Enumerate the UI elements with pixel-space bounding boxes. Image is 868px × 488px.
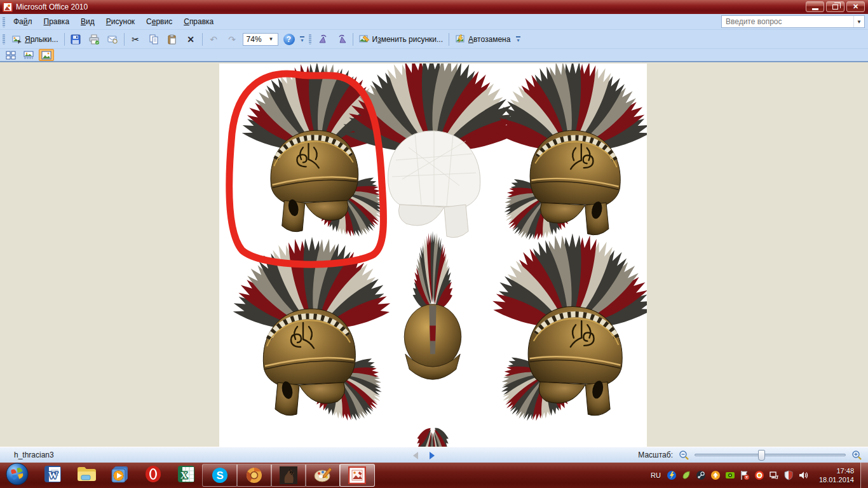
tray-leaf-icon[interactable] [681,470,692,481]
game-horse-icon [280,466,297,484]
next-picture-icon[interactable] [430,452,435,459]
help-button[interactable]: ? [280,32,299,47]
screen: { "window": {"title": "Microsoft Office … [0,0,868,488]
paste-icon [167,34,178,44]
picture-navigation [413,452,435,459]
edit-pictures-button[interactable]: Изменить рисунки... [355,32,447,47]
helmets-render [219,64,647,447]
menu-bar: Файл Правка Вид Рисунок Сервис Справка ▼ [0,14,868,30]
undo-button[interactable]: ↶ [205,32,223,47]
save-button[interactable] [67,32,85,47]
title-bar: Microsoft Office 2010 ✕ [0,0,868,14]
tray-update-icon[interactable] [710,470,721,481]
language-indicator[interactable]: RU [651,471,661,479]
autocorrect-button[interactable]: Автозамена [451,32,514,47]
tray-date: 18.01.2014 [819,475,854,484]
rotate-right-icon [336,34,347,44]
zoom-combobox[interactable]: 74% ▼ [243,33,278,46]
tray-recorder-icon[interactable] [754,470,765,481]
taskbar-chrome-button[interactable] [236,464,272,487]
menu-tools[interactable]: Сервис [140,15,178,29]
svg-text:X: X [180,470,187,480]
menu-picture[interactable]: Рисунок [100,15,140,29]
taskbar-opera-icon[interactable] [144,464,163,486]
previous-picture-icon[interactable] [413,452,418,459]
toolbar-drag-handle[interactable] [3,34,5,44]
taskbar-skype-button[interactable]: S [202,464,238,487]
copy-button[interactable] [145,32,163,47]
delete-button[interactable]: ✕ [182,32,200,47]
zoom-value: 74% [243,35,262,44]
restore-button[interactable] [826,1,844,12]
tray-action-center-icon[interactable] [740,470,750,481]
single-picture-view-button[interactable] [39,49,54,61]
shortcuts-button[interactable]: Ярлыки... [8,32,62,47]
help-icon: ? [283,34,295,45]
undo-icon: ↶ [208,34,219,44]
menu-file[interactable]: Файл [8,15,38,29]
skype-icon: S [211,466,229,484]
tray-punto-switcher-icon[interactable] [667,470,677,481]
rotate-right-button[interactable] [332,32,351,47]
menu-help[interactable]: Справка [178,15,219,29]
taskbar-game-horse-button[interactable] [271,464,306,487]
current-filename: h_thracian3 [14,451,54,459]
single-picture-view-icon [41,51,51,60]
menu-view[interactable]: Вид [75,15,100,29]
tray-clock[interactable]: 17:48 18.01.2014 [819,466,854,484]
filmstrip-view-button[interactable] [21,49,36,61]
taskbar-picture-manager-button[interactable] [339,464,375,487]
tray-steam-icon[interactable] [696,470,707,481]
zoom-out-icon[interactable] [679,450,689,460]
picture-toolbar-drag-handle[interactable] [309,34,311,44]
taskbar-excel-icon[interactable]: X [177,464,196,486]
paste-button[interactable] [163,32,182,47]
system-tray: RU 17:48 18.01.2014 [651,463,868,488]
close-button[interactable]: ✕ [846,1,865,12]
ask-question-box: ▼ [721,15,865,28]
tray-network-icon[interactable] [769,470,780,481]
helmet-bottom-middle-back [404,231,461,447]
zoom-in-icon[interactable] [851,450,862,460]
picture-manager-icon [348,466,366,484]
tray-time: 17:48 [819,466,854,475]
menu-edit[interactable]: Правка [38,15,76,29]
cut-icon: ✂ [130,34,141,44]
thumbnail-view-icon [6,51,16,60]
toolbar-separator [202,33,203,46]
helmet-bottom-right [483,233,647,438]
thumbnail-view-button[interactable] [3,49,18,61]
taskbar-media-player-icon[interactable] [111,464,130,486]
redo-icon: ↷ [227,34,238,44]
tray-security-shield-icon[interactable] [783,470,794,481]
views-bar [0,49,868,62]
ask-question-dropdown[interactable]: ▼ [853,16,864,27]
menubar-drag-handle[interactable] [3,17,5,27]
start-button[interactable] [5,462,29,488]
taskbar: W X S RU [0,463,868,488]
toolbar-options-button[interactable]: ▾ [299,32,306,47]
tray-volume-icon[interactable] [798,470,809,481]
cut-button[interactable]: ✂ [126,32,145,47]
taskbar-explorer-icon[interactable] [76,465,97,485]
print-button[interactable] [85,32,104,47]
redo-button[interactable]: ↷ [223,32,241,47]
email-button[interactable] [104,32,122,47]
taskbar-paint-button[interactable] [305,464,341,487]
picture-toolbar-options-button[interactable]: ▾ [514,32,522,47]
zoom-dropdown-icon[interactable]: ▼ [262,36,278,42]
tray-nvidia-icon[interactable] [725,470,736,481]
zoom-label: Масштаб: [638,451,673,459]
toolbar-separator [449,33,449,46]
ask-question-input[interactable] [722,17,853,26]
zoom-slider-thumb[interactable] [758,450,765,461]
show-desktop-button[interactable] [860,463,868,488]
toolbar-separator [64,33,65,46]
zoom-slider[interactable] [695,454,846,456]
rotate-left-icon [318,34,329,44]
minimize-button[interactable] [806,1,824,12]
rotate-left-button[interactable] [314,32,332,47]
taskbar-word-icon[interactable]: W [43,464,62,486]
helmet-top-right [487,64,647,257]
window-title: Microsoft Office 2010 [16,3,88,11]
